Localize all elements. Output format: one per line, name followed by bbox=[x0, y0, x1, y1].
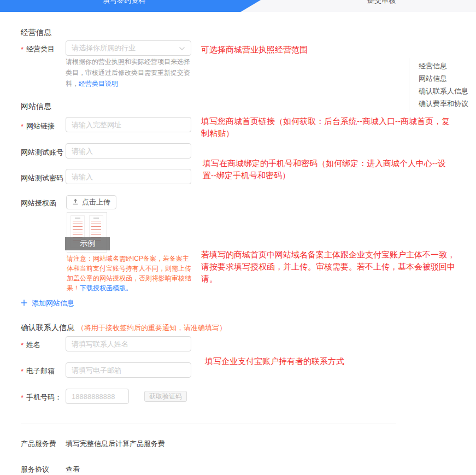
sample-badge: 示例 bbox=[65, 237, 110, 250]
required-mark: * bbox=[21, 122, 23, 131]
contact-phone-label: * 手机号码： bbox=[21, 392, 62, 402]
step-submit-review-label: 提交审核 bbox=[367, 0, 396, 4]
test-password-label: 网站测试密码 bbox=[21, 173, 63, 183]
section-divider bbox=[21, 424, 396, 424]
upload-button-label: 点击上传 bbox=[82, 197, 110, 207]
service-fee-label: 产品服务费 bbox=[21, 439, 56, 449]
test-account-annotation: 填写在商城绑定的手机号和密码（如何绑定：进入商城个人中心--设 置--绑定手机号… bbox=[203, 157, 446, 181]
contact-annotation: 填写企业支付宝账户持有者的联系方式 bbox=[205, 355, 344, 367]
merchant-signup-form-page: 填写签约资料 提交审核 经营信息 网站信息 确认联系人信息 确认费率和协议 经营… bbox=[0, 0, 476, 475]
required-mark: * bbox=[21, 341, 23, 349]
agreement-view-link[interactable]: 查看 bbox=[66, 465, 80, 474]
add-website-link[interactable]: 添加网站信息 bbox=[21, 298, 74, 308]
website-section-title: 网站信息 bbox=[21, 102, 51, 112]
required-mark: * bbox=[21, 367, 23, 376]
contact-phone-input[interactable] bbox=[66, 389, 129, 404]
agreement-label: 服务协议 bbox=[21, 465, 49, 474]
step-progress-bar: 填写签约资料 提交审核 bbox=[0, 0, 476, 12]
download-template-link[interactable]: 下载授权函模版。 bbox=[80, 284, 132, 292]
authorization-sample-thumbnail[interactable]: 示例 bbox=[67, 212, 107, 253]
contact-name-input[interactable] bbox=[66, 336, 191, 351]
category-help-link[interactable]: 经营类目说明 bbox=[79, 80, 118, 87]
contact-section-title: 确认联系人信息 （将用于接收签约后的重要通知，请准确填写） bbox=[21, 323, 226, 333]
icp-notice: 请注意：网站域名需经ICP备案，若备案主体和当前支付宝账号持有人不同，则需上传加… bbox=[67, 254, 195, 293]
nav-item-business-info[interactable]: 经营信息 bbox=[419, 60, 475, 72]
nav-item-rate-agreement[interactable]: 确认费率和协议 bbox=[419, 97, 475, 110]
upload-button[interactable]: 点击上传 bbox=[66, 195, 116, 209]
anchor-nav: 经营信息 网站信息 确认联系人信息 确认费率和协议 bbox=[409, 58, 475, 112]
required-mark: * bbox=[21, 394, 23, 402]
website-url-annotation: 填写您商城首页链接（如何获取：后台系统--商城入口--商城首页，复 制粘贴） bbox=[201, 115, 450, 139]
test-account-label: 网站测试账号 bbox=[21, 148, 63, 157]
contact-section-note: （将用于接收签约后的重要通知，请准确填写） bbox=[77, 323, 226, 333]
required-mark: * bbox=[21, 45, 23, 54]
nav-item-website-info[interactable]: 网站信息 bbox=[419, 72, 475, 85]
category-label: * 经营类目 bbox=[21, 44, 55, 54]
category-annotation: 可选择商城营业执照经营范围 bbox=[201, 44, 308, 56]
industry-category-placeholder: 请选择你所属的行业 bbox=[72, 43, 136, 53]
website-url-label: * 网站链接 bbox=[21, 121, 55, 131]
authorization-label: 网站授权函 bbox=[21, 198, 56, 208]
website-url-input[interactable] bbox=[66, 117, 191, 132]
step-fill-contract-info-label: 填写签约资料 bbox=[103, 0, 145, 4]
get-sms-code-button[interactable]: 获取验证码 bbox=[144, 391, 187, 402]
plus-icon bbox=[21, 300, 27, 308]
contact-email-input[interactable] bbox=[66, 362, 191, 378]
category-help-text: 请根据你的营业执照和实际经营项目来选择类目，审核通过后修改类目需要重新提交资料，… bbox=[66, 56, 195, 89]
chevron-down-icon bbox=[179, 43, 185, 53]
service-fee-value: 填写完整信息后计算产品服务费 bbox=[66, 439, 165, 449]
test-account-input[interactable] bbox=[66, 143, 191, 159]
industry-category-select[interactable]: 请选择你所属的行业 bbox=[66, 40, 191, 56]
add-website-link-label: 添加网站信息 bbox=[32, 298, 74, 308]
nav-item-contact-info[interactable]: 确认联系人信息 bbox=[419, 85, 475, 97]
test-password-input[interactable] bbox=[66, 169, 191, 184]
contact-email-label: * 电子邮箱 bbox=[21, 366, 55, 376]
business-section-title: 经营信息 bbox=[21, 28, 51, 38]
contact-name-label: * 姓名 bbox=[21, 340, 40, 350]
authorization-annotation: 若填写的商城首页中网站域名备案主体跟企业支付宝账户主体不一致， 请按要求填写授权… bbox=[201, 249, 455, 285]
upload-icon bbox=[72, 198, 79, 207]
